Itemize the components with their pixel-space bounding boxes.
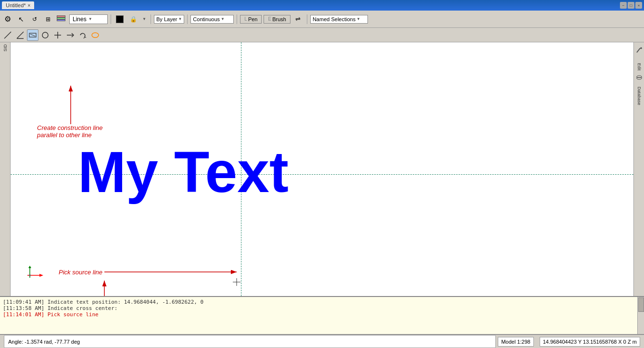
settings-icon[interactable]: ⚙ [2, 13, 13, 25]
annotation-text-pick: Pick source line [59, 269, 102, 276]
main-toolbar: ⚙ ↖ ↺ ⊞ Lines ▼ 🔒 ▼ By Layer ▼ Continuou… [0, 11, 644, 28]
model-scale-box: Model 1:298 [498, 337, 534, 347]
color-by-layer-arrow: ▼ [178, 17, 182, 21]
svg-marker-19 [39, 274, 43, 277]
minimize-button[interactable]: − [620, 2, 627, 9]
main-area: SID My Text Create construction line par… [0, 42, 644, 296]
color-by-layer-label: By Layer [156, 16, 177, 22]
layer-name: Lines [73, 16, 87, 23]
layer-dropdown[interactable]: Lines ▼ [69, 14, 108, 24]
cursor-crosshair [233, 278, 240, 286]
tab-close-button[interactable]: × [28, 3, 31, 8]
angle-label: Angle: -1.3574 rad, -77.77 deg [8, 339, 80, 345]
named-selections-arrow: ▼ [356, 17, 360, 21]
annotation-arrow-1 [51, 83, 90, 127]
layer-icon[interactable] [56, 13, 67, 25]
command-scrollbar-thumb[interactable] [638, 297, 644, 312]
svg-line-0 [4, 32, 11, 39]
pen-label: Pen [248, 16, 258, 22]
separator-4 [237, 14, 237, 24]
color-by-layer-dropdown[interactable]: By Layer ▼ [154, 15, 184, 24]
maximize-button[interactable]: □ [628, 2, 634, 9]
svg-point-9 [92, 33, 99, 38]
line-tool[interactable] [2, 29, 13, 41]
separator-5 [307, 14, 307, 24]
right-sidebar: Edit Database [633, 42, 644, 296]
color-options-button[interactable]: ▼ [141, 13, 148, 25]
brush-label: Brush [272, 16, 286, 22]
left-sidebar: SID [0, 42, 11, 296]
annotation-arrow-2 [104, 265, 241, 279]
coordinates-box: 14.968404423 Y 13.151658768 X 0 Z m [540, 337, 640, 347]
svg-line-1 [17, 32, 24, 39]
canvas-area[interactable]: My Text Create construction line paralle… [11, 42, 633, 296]
command-log-line-1: [11:09:41 AM] Indicate text position: 14… [3, 299, 641, 305]
linetype-label: Continuous [193, 16, 220, 22]
mirror-icon[interactable]: ⇌ [292, 13, 304, 25]
command-scrollbar[interactable] [637, 297, 644, 334]
tools-icon[interactable] [635, 46, 643, 55]
command-area: [11:09:41 AM] Indicate text position: 14… [0, 296, 644, 335]
titlebar: Untitled* × − □ × [0, 0, 644, 11]
ellipse-tool[interactable] [89, 29, 101, 41]
lock-icon[interactable]: 🔒 [127, 13, 139, 25]
annotation-arrow-3 [97, 278, 112, 296]
brush-prefix: E [268, 16, 271, 22]
svg-point-25 [637, 77, 642, 79]
lasso-tool[interactable]: ↺ [29, 13, 40, 25]
status-right-group: Model 1:298 14.968404423 Y 13.151658768 … [497, 337, 641, 347]
edit-panel-button[interactable]: Edit [636, 62, 643, 72]
pointer-tool[interactable]: ↖ [15, 13, 27, 25]
construct-parallel-tool[interactable] [27, 29, 38, 41]
color-box-icon[interactable] [114, 13, 126, 25]
svg-point-22 [29, 274, 31, 276]
grid-tool[interactable]: ⊞ [42, 13, 54, 25]
sid-label: SID [3, 44, 8, 52]
separator-2 [151, 14, 151, 24]
svg-line-23 [637, 48, 640, 52]
angle-tool[interactable] [14, 29, 26, 41]
linetype-dropdown[interactable]: Continuous ▼ [190, 15, 234, 24]
special-tool-1[interactable] [64, 29, 76, 41]
annotation-text-line2: parallel to other line [37, 131, 103, 139]
named-selections-dropdown[interactable]: Named Selections ▼ [310, 15, 368, 24]
command-log-line-3: [11:14:01 AM] Pick source line [3, 311, 641, 318]
annotation-pick-source: Pick source line [59, 269, 102, 276]
command-log-line-2: [11:13:58 AM] Indicate cross center: [3, 305, 641, 311]
document-tab[interactable]: Untitled* × [2, 1, 34, 9]
separator-1 [111, 14, 111, 24]
close-button[interactable]: × [635, 2, 642, 9]
database-icon[interactable] [636, 75, 643, 83]
coordinates-label: 14.968404423 Y 13.151658768 X 0 Z m [543, 339, 637, 345]
svg-marker-21 [28, 266, 31, 268]
svg-point-5 [42, 32, 48, 38]
svg-point-24 [637, 76, 642, 77]
database-panel-button[interactable]: Database [636, 86, 643, 106]
layer-dropdown-arrow: ▼ [88, 17, 92, 21]
secondary-toolbar [0, 28, 644, 42]
origin-marker [25, 266, 44, 282]
model-scale-label: Model 1:298 [501, 339, 530, 345]
brush-button[interactable]: E Brush [264, 15, 290, 24]
linetype-arrow: ▼ [221, 17, 225, 21]
named-selections-label: Named Selections [313, 16, 355, 22]
pen-prefix: L [244, 16, 247, 22]
svg-line-4 [30, 34, 35, 36]
pen-button[interactable]: L Pen [240, 15, 262, 24]
rotate-tool[interactable] [77, 29, 88, 41]
canvas-text: My Text [78, 139, 289, 205]
circle-tool[interactable] [39, 29, 51, 41]
separator-3 [187, 14, 188, 24]
tab-label: Untitled* [6, 2, 26, 8]
status-bar: Angle: -1.3574 rad, -77.77 deg Model 1:2… [0, 335, 644, 348]
angle-status: Angle: -1.3574 rad, -77.77 deg [4, 335, 496, 348]
cross-tool[interactable] [52, 29, 63, 41]
window-controls: − □ × [620, 2, 642, 9]
